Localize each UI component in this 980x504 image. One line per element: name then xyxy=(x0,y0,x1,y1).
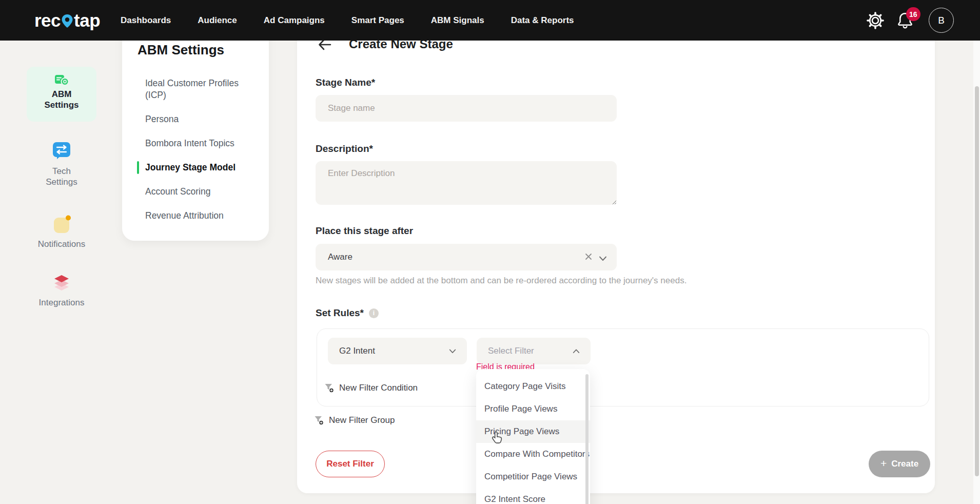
top-navbar: rec tap Dashboards Audience Ad Campaigns… xyxy=(0,0,980,41)
nav-audience[interactable]: Audience xyxy=(198,15,237,26)
menu-option[interactable]: Profile Page Views xyxy=(476,398,590,420)
clear-icon[interactable] xyxy=(584,252,593,264)
filter-plus-icon xyxy=(314,416,324,425)
notifications-icon xyxy=(51,215,72,236)
new-filter-condition-label: New Filter Condition xyxy=(339,383,418,393)
location-pin-icon xyxy=(61,14,73,30)
rule-attribute-select[interactable]: G2 Intent xyxy=(328,338,467,364)
panel-item-revenue-attribution[interactable]: Revenue Attribution xyxy=(145,210,258,222)
nav-ad-campaigns[interactable]: Ad Campaigns xyxy=(264,15,325,26)
gear-icon xyxy=(867,12,884,29)
page-scrollbar-thumb[interactable] xyxy=(975,86,979,476)
rule-attribute-value: G2 Intent xyxy=(339,346,375,356)
rail-item-integrations[interactable]: Integrations xyxy=(26,273,97,308)
rail-item-label: Notifications xyxy=(26,239,97,249)
rail-item-notifications[interactable]: Notifications xyxy=(26,215,97,249)
rail-item-label: Tech Settings xyxy=(26,166,97,187)
integrations-icon xyxy=(52,273,71,295)
notification-count-badge: 16 xyxy=(906,7,920,21)
rule-filter-placeholder: Select Filter xyxy=(488,346,534,356)
place-after-label: Place this stage after xyxy=(316,225,413,237)
reset-filter-button[interactable]: Reset Filter xyxy=(316,451,385,477)
mouse-cursor-icon xyxy=(491,431,503,447)
logo-text-post: tap xyxy=(74,10,100,31)
filter-plus-icon xyxy=(324,383,335,393)
nav-smart-pages[interactable]: Smart Pages xyxy=(351,15,404,26)
chevron-down-icon[interactable] xyxy=(598,254,607,264)
chevron-up-icon xyxy=(572,348,580,354)
stage-name-label: Stage Name* xyxy=(316,77,375,88)
set-rules-label: Set Rules* xyxy=(316,307,364,319)
settings-gear-button[interactable] xyxy=(864,0,887,41)
nav-data-reports[interactable]: Data & Reports xyxy=(511,15,574,26)
place-after-helper: New stages will be added at the bottom a… xyxy=(316,276,687,286)
create-button-label: Create xyxy=(891,459,918,469)
panel-item-journey-stage-model[interactable]: Journey Stage Model xyxy=(145,162,258,173)
info-icon[interactable]: i xyxy=(369,308,379,318)
description-label: Description* xyxy=(316,143,373,154)
create-button[interactable]: + Create xyxy=(869,451,930,477)
panel-item-bombora[interactable]: Bombora Intent Topics xyxy=(145,138,258,149)
rail-item-abm-settings[interactable]: ABM Settings xyxy=(27,67,96,122)
nav-abm-signals[interactable]: ABM Signals xyxy=(431,15,484,26)
menu-option[interactable]: Category Page Visits xyxy=(476,375,590,398)
panel-item-icp[interactable]: Ideal Customer Profiles (ICP) xyxy=(145,77,258,101)
rules-group-card: G2 Intent Select Filter xyxy=(317,328,929,406)
place-after-value: Aware xyxy=(328,252,352,262)
chevron-down-icon xyxy=(448,348,457,354)
new-filter-group-label: New Filter Group xyxy=(329,415,395,425)
main-nav: Dashboards Audience Ad Campaigns Smart P… xyxy=(121,0,574,41)
tech-settings-icon xyxy=(52,141,71,162)
panel-title: ABM Settings xyxy=(138,42,224,58)
rail-item-tech-settings[interactable]: Tech Settings xyxy=(26,141,97,187)
rule-filter-select[interactable]: Select Filter xyxy=(477,338,591,364)
logo-text-pre: rec xyxy=(34,10,61,31)
stage-name-input[interactable] xyxy=(316,95,617,122)
place-after-select[interactable]: Aware xyxy=(316,244,617,270)
rail-item-label: ABM Settings xyxy=(27,89,96,110)
panel-item-account-scoring[interactable]: Account Scoring xyxy=(145,186,258,198)
menu-option[interactable]: G2 Intent Score xyxy=(476,488,590,504)
panel-item-persona[interactable]: Persona xyxy=(145,113,258,125)
abm-settings-icon xyxy=(54,73,69,89)
nav-dashboards[interactable]: Dashboards xyxy=(121,15,171,26)
rail-item-label: Integrations xyxy=(26,297,97,308)
app-logo[interactable]: rec tap xyxy=(34,0,100,41)
menu-scrollbar[interactable] xyxy=(585,374,589,504)
menu-option[interactable]: Competitior Page Views xyxy=(476,466,590,488)
plus-icon: + xyxy=(880,457,887,470)
new-filter-group-button[interactable]: New Filter Group xyxy=(314,415,395,425)
description-input[interactable] xyxy=(316,161,617,205)
avatar[interactable]: B xyxy=(929,8,954,33)
new-filter-condition-button[interactable]: New Filter Condition xyxy=(324,383,418,393)
